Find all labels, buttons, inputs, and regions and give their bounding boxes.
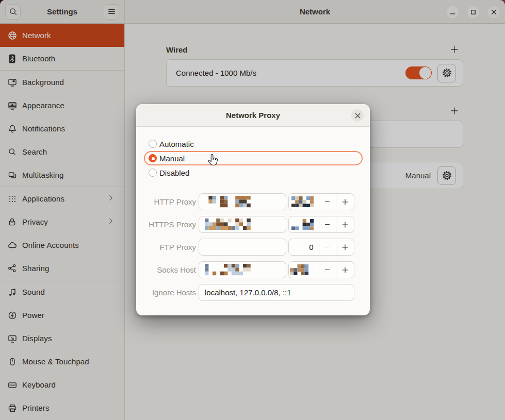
http-proxy-host-input[interactable] — [199, 193, 286, 210]
socks-host-port-increment-button[interactable] — [336, 262, 354, 278]
http-proxy-port-increment-button[interactable] — [336, 194, 354, 210]
https-proxy-port-spinbutton — [288, 216, 354, 233]
network-proxy-dialog: Network Proxy AutomaticManualDisabled HT… — [136, 104, 370, 315]
http-proxy-port-spinbutton — [288, 193, 354, 210]
https-proxy-port-decrement-button[interactable] — [319, 216, 337, 232]
ftp-proxy-row: FTP Proxy0 — [144, 239, 363, 256]
socks-host-label: Socks Host — [144, 265, 196, 274]
ftp-proxy-port-decrement-button[interactable] — [319, 239, 337, 255]
mouse-cursor — [207, 154, 219, 168]
ftp-proxy-host-input[interactable] — [199, 239, 286, 256]
dialog-close-button[interactable] — [351, 109, 364, 122]
https-proxy-label: HTTPS Proxy — [144, 220, 196, 229]
proxy-form: HTTP ProxyHTTPS ProxyFTP Proxy0Socks Hos… — [144, 193, 363, 301]
socks-host-port-spinbutton — [288, 261, 354, 278]
http-proxy-port-decrement-button[interactable] — [319, 194, 337, 210]
dialog-title: Network Proxy — [226, 111, 280, 120]
ftp-proxy-port-increment-button[interactable] — [336, 239, 354, 255]
censored-port-value — [291, 219, 314, 230]
close-icon — [354, 112, 362, 120]
desktop: Settings NetworkBluetoothBackgroundAppea… — [0, 0, 505, 420]
socks-host-row: Socks Host — [144, 261, 363, 278]
proxy-method-options: AutomaticManualDisabled — [144, 137, 363, 180]
censored-host-value — [205, 264, 251, 275]
http-proxy-port-value[interactable] — [289, 194, 319, 210]
proxy-option-label: Automatic — [159, 140, 194, 148]
https-proxy-port-increment-button[interactable] — [336, 216, 354, 232]
ftp-proxy-port-value[interactable]: 0 — [289, 239, 319, 255]
censored-host-value — [205, 196, 251, 207]
proxy-option-disabled[interactable]: Disabled — [144, 165, 363, 180]
proxy-option-automatic[interactable]: Automatic — [144, 137, 363, 151]
dialog-body: AutomaticManualDisabled HTTP ProxyHTTPS … — [136, 127, 370, 301]
ignore-hosts-value: localhost, 127.0.0.0/8, ::1 — [199, 288, 291, 297]
https-proxy-port-value[interactable] — [289, 216, 319, 232]
http-proxy-label: HTTP Proxy — [144, 197, 196, 206]
radio-checked-icon[interactable] — [149, 154, 157, 162]
https-proxy-host-input[interactable] — [199, 216, 286, 233]
proxy-option-label: Disabled — [159, 169, 189, 177]
socks-host-port-decrement-button[interactable] — [319, 262, 337, 278]
radio-unchecked-icon[interactable] — [149, 140, 157, 148]
ftp-proxy-label: FTP Proxy — [144, 243, 196, 251]
http-proxy-row: HTTP Proxy — [144, 193, 363, 210]
ftp-proxy-port-spinbutton: 0 — [288, 239, 354, 256]
proxy-option-label: Manual — [159, 154, 185, 163]
ignore-hosts-label: Ignore Hosts — [144, 288, 196, 297]
radio-unchecked-icon[interactable] — [149, 169, 157, 177]
socks-host-port-value[interactable] — [289, 262, 319, 278]
censored-port-value — [291, 196, 314, 208]
dialog-headerbar: Network Proxy — [136, 104, 370, 127]
censored-host-value — [205, 219, 251, 230]
ignore-hosts-input[interactable]: localhost, 127.0.0.0/8, ::1 — [199, 284, 354, 301]
proxy-option-manual[interactable]: Manual — [144, 151, 363, 165]
https-proxy-row: HTTPS Proxy — [144, 216, 363, 233]
ignore-hosts-row: Ignore Hostslocalhost, 127.0.0.0/8, ::1 — [144, 284, 363, 301]
censored-port-value — [290, 264, 316, 276]
socks-host-host-input[interactable] — [199, 261, 286, 278]
